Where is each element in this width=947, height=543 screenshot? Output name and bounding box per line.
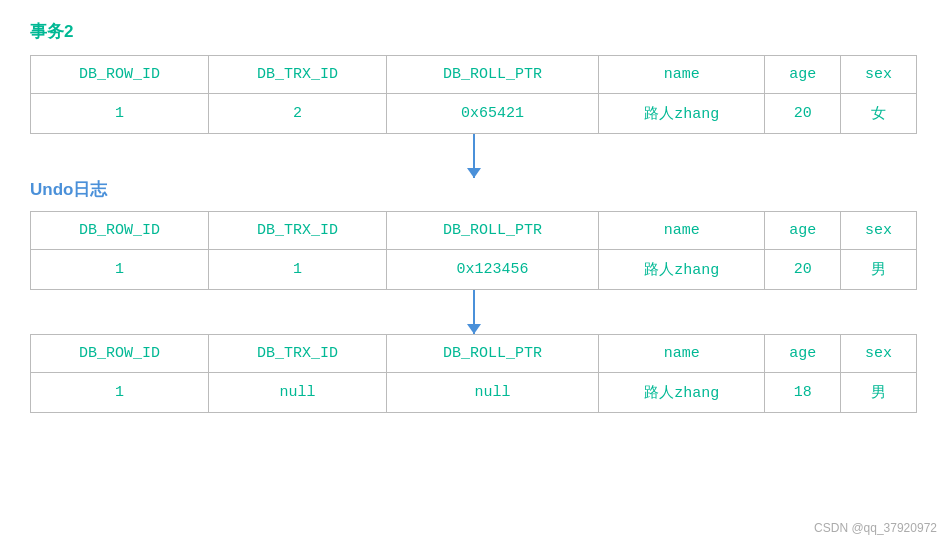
cell-sex-2: 男 [841,250,917,290]
cell-age-2: 20 [765,250,841,290]
arrow-1 [30,134,917,178]
col-header-db-roll-ptr-2: DB_ROLL_PTR [386,212,598,250]
col-header-name-3: name [598,335,765,373]
col-header-db-trx-id-2: DB_TRX_ID [208,212,386,250]
cell-db-trx-id-3: null [208,373,386,413]
cell-db-row-id-1: 1 [31,94,209,134]
table-3: DB_ROW_ID DB_TRX_ID DB_ROLL_PTR name age… [30,334,917,413]
transaction-title: 事务2 [30,20,917,43]
col-header-db-trx-id-1: DB_TRX_ID [208,56,386,94]
cell-sex-3: 男 [841,373,917,413]
cell-age-1: 20 [765,94,841,134]
cell-name-1: 路人zhang [598,94,765,134]
undo-title: Undo日志 [30,178,917,201]
cell-db-roll-ptr-3: null [386,373,598,413]
col-header-sex-2: sex [841,212,917,250]
cell-db-trx-id-1: 2 [208,94,386,134]
cell-age-3: 18 [765,373,841,413]
cell-db-roll-ptr-2: 0x123456 [386,250,598,290]
table-row: 1 2 0x65421 路人zhang 20 女 [31,94,917,134]
col-header-name-2: name [598,212,765,250]
col-header-age-2: age [765,212,841,250]
col-header-db-roll-ptr-1: DB_ROLL_PTR [386,56,598,94]
col-header-db-row-id-2: DB_ROW_ID [31,212,209,250]
col-header-db-row-id-1: DB_ROW_ID [31,56,209,94]
cell-name-2: 路人zhang [598,250,765,290]
col-header-sex-1: sex [841,56,917,94]
table-row: 1 null null 路人zhang 18 男 [31,373,917,413]
table-2: DB_ROW_ID DB_TRX_ID DB_ROLL_PTR name age… [30,211,917,290]
col-header-sex-3: sex [841,335,917,373]
col-header-db-row-id-3: DB_ROW_ID [31,335,209,373]
col-header-age-3: age [765,335,841,373]
col-header-age-1: age [765,56,841,94]
col-header-db-trx-id-3: DB_TRX_ID [208,335,386,373]
cell-db-row-id-2: 1 [31,250,209,290]
col-header-name-1: name [598,56,765,94]
cell-db-roll-ptr-1: 0x65421 [386,94,598,134]
cell-db-row-id-3: 1 [31,373,209,413]
arrow-2 [30,290,917,334]
table-row: 1 1 0x123456 路人zhang 20 男 [31,250,917,290]
col-header-db-roll-ptr-3: DB_ROLL_PTR [386,335,598,373]
table-1: DB_ROW_ID DB_TRX_ID DB_ROLL_PTR name age… [30,55,917,134]
cell-db-trx-id-2: 1 [208,250,386,290]
cell-name-3: 路人zhang [598,373,765,413]
cell-sex-1: 女 [841,94,917,134]
